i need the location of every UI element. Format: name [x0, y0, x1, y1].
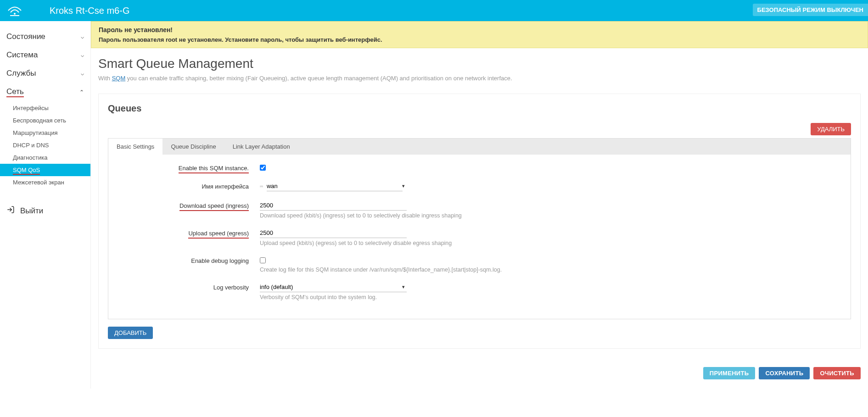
- sqm-link[interactable]: SQM: [112, 75, 126, 82]
- page-title: Smart Queue Management: [98, 56, 861, 71]
- log-verbosity-help: Verbosity of SQM's output into the syste…: [260, 294, 841, 300]
- main-content: Пароль не установлен! Пароль пользовател…: [91, 21, 868, 389]
- page-description: With SQM you can enable traffic shaping,…: [98, 75, 861, 82]
- queues-panel: Queues УДАЛИТЬ Basic Settings Queue Disc…: [98, 94, 861, 349]
- tab-queue-discipline[interactable]: Queue Discipline: [162, 139, 224, 155]
- download-speed-help: Download speed (kbit/s) (ingress) set to…: [260, 212, 841, 219]
- upload-speed-help: Upload speed (kbit/s) (egress) set to 0 …: [260, 240, 841, 246]
- nav-group-network[interactable]: Сеть ⌃: [0, 83, 90, 102]
- debug-logging-checkbox[interactable]: [260, 257, 266, 263]
- tab-content: Enable this SQM instance. Имя интерфейса…: [108, 155, 851, 319]
- chevron-up-icon: ⌃: [79, 89, 84, 95]
- chevron-down-icon: ⌵: [81, 33, 84, 40]
- debug-logging-label: Enable debug logging: [118, 256, 260, 264]
- chevron-down-icon: ⌵: [81, 70, 84, 77]
- reset-button[interactable]: ОЧИСТИТЬ: [813, 367, 861, 379]
- warning-title: Пароль не установлен!: [99, 26, 860, 33]
- enable-sqm-label: Enable this SQM instance.: [118, 163, 260, 172]
- sidebar: Состояние ⌵ Система ⌵ Службы ⌵ Сеть ⌃ Ин…: [0, 21, 91, 389]
- nav-group-status[interactable]: Состояние ⌵: [0, 28, 90, 46]
- nav-group-label: Состояние: [6, 32, 45, 41]
- password-warning-banner: Пароль не установлен! Пароль пользовател…: [91, 21, 868, 48]
- nav-sub-routing[interactable]: Маршрутизация: [0, 127, 90, 139]
- logout-button[interactable]: Выйти: [0, 197, 90, 224]
- nav-group-system[interactable]: Система ⌵: [0, 46, 90, 64]
- nav-group-label: Сеть: [6, 87, 24, 97]
- chevron-down-icon: ⌵: [81, 52, 84, 58]
- delete-button[interactable]: УДАЛИТЬ: [811, 123, 851, 135]
- nav-group-label: Службы: [6, 69, 36, 78]
- nav-group-label: Система: [6, 50, 38, 60]
- tab-link-layer[interactable]: Link Layer Adaptation: [224, 139, 298, 155]
- section-title: Queues: [108, 103, 851, 114]
- device-title: Kroks Rt-Cse m6-G: [50, 6, 129, 16]
- nav-sub-dhcp-dns[interactable]: DHCP и DNS: [0, 139, 90, 151]
- enable-sqm-checkbox[interactable]: [260, 165, 266, 171]
- wifi-logo-icon: [6, 5, 23, 17]
- header-bar: Kroks Rt-Cse m6-G БЕЗОПАСНЫЙ РЕЖИМ ВЫКЛЮ…: [0, 0, 868, 21]
- nav-sub-sqm-qos[interactable]: SQM QoS: [0, 164, 90, 176]
- nav-sub-diagnostics[interactable]: Диагностика: [0, 151, 90, 164]
- download-speed-input[interactable]: [260, 200, 407, 211]
- interface-select[interactable]: wan: [267, 181, 403, 191]
- nav-sub-wireless[interactable]: Беспроводная сеть: [0, 114, 90, 127]
- logout-icon: [6, 206, 15, 216]
- save-button[interactable]: СОХРАНИТЬ: [759, 367, 810, 379]
- safe-mode-button[interactable]: БЕЗОПАСНЫЙ РЕЖИМ ВЫКЛЮЧЕН: [753, 4, 868, 16]
- add-button[interactable]: ДОБАВИТЬ: [108, 327, 153, 339]
- apply-button[interactable]: ПРИМЕНИТЬ: [703, 367, 756, 379]
- logout-label: Выйти: [20, 206, 43, 216]
- footer-actions: ПРИМЕНИТЬ СОХРАНИТЬ ОЧИСТИТЬ: [91, 358, 868, 389]
- debug-logging-help: Create log file for this SQM instance un…: [260, 267, 841, 273]
- interface-label: Имя интерфейса: [118, 181, 260, 190]
- log-verbosity-label: Log verbosity: [118, 282, 260, 291]
- nav-sub-interfaces[interactable]: Интерфейсы: [0, 102, 90, 114]
- upload-speed-label: Upload speed (egress): [118, 228, 260, 237]
- ethernet-icon: ⎓: [260, 183, 263, 189]
- tabs: Basic Settings Queue Discipline Link Lay…: [108, 138, 851, 155]
- warning-body: Пароль пользователя root не установлен. …: [99, 36, 860, 43]
- nav-sub-firewall[interactable]: Межсетевой экран: [0, 176, 90, 189]
- upload-speed-input[interactable]: [260, 228, 407, 238]
- download-speed-label: Download speed (ingress): [118, 200, 260, 209]
- svg-point-0: [14, 13, 16, 15]
- tab-basic-settings[interactable]: Basic Settings: [108, 139, 162, 155]
- nav-group-services[interactable]: Службы ⌵: [0, 64, 90, 83]
- log-verbosity-select[interactable]: info (default): [260, 282, 407, 292]
